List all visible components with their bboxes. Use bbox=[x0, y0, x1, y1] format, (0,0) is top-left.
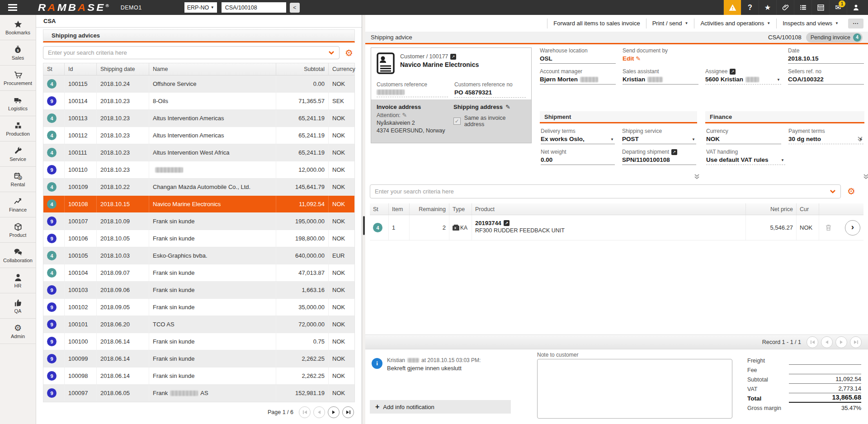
alert-icon[interactable] bbox=[723, 0, 741, 15]
icol-st[interactable]: St bbox=[370, 203, 389, 215]
account-manager-field[interactable]: Bjørn Morten bbox=[540, 76, 616, 85]
list-search-box[interactable] bbox=[43, 46, 340, 59]
list-settings-gear-icon[interactable]: ⚙ bbox=[343, 47, 355, 59]
col-id[interactable]: Id bbox=[65, 63, 97, 75]
forward-all-items-button[interactable]: Forward all items to sales invoice bbox=[547, 19, 646, 28]
mail-icon[interactable]: ✉1 bbox=[829, 0, 847, 15]
col-st[interactable]: St bbox=[43, 63, 65, 75]
sidebar-item[interactable]: Service bbox=[0, 141, 36, 167]
sidebar-item[interactable]: HR bbox=[0, 268, 36, 293]
same-as-invoice-checkbox[interactable]: ✓ bbox=[453, 118, 461, 125]
items-settings-gear-icon[interactable]: ⚙ bbox=[845, 185, 857, 197]
table-row[interactable]: 9 100102 2018.09.05 Frank sin kunde 35,0… bbox=[43, 299, 354, 316]
hamburger-menu-icon[interactable] bbox=[0, 0, 25, 15]
table-row[interactable]: 4 100113 2018.10.23 Altus Intervention A… bbox=[43, 110, 354, 127]
last-page-button[interactable] bbox=[342, 406, 354, 418]
sidebar-item[interactable]: QA bbox=[0, 293, 36, 319]
col-subtotal[interactable]: Subtotal bbox=[276, 63, 329, 75]
table-row[interactable]: 9 100106 2018.10.05 Frank sin kunde 198,… bbox=[43, 230, 354, 247]
last-record-button[interactable] bbox=[850, 336, 862, 348]
open-item-chevron-button[interactable]: › bbox=[845, 220, 860, 236]
table-row[interactable]: 9 100103 2018.09.06 Frank sin kunde 1,66… bbox=[43, 282, 354, 299]
icol-cur[interactable]: Cur bbox=[797, 203, 819, 215]
table-row[interactable]: 4 100105 2018.10.03 Esko-Graphics bvba. … bbox=[43, 247, 354, 264]
send-document-by-field[interactable]: Edit ✎ bbox=[623, 55, 698, 63]
items-search-box[interactable] bbox=[370, 184, 841, 198]
edit-attention-icon[interactable]: ✎ bbox=[402, 112, 407, 118]
table-row[interactable]: 4 100112 2018.10.23 Altus Intervention A… bbox=[43, 127, 354, 144]
help-icon[interactable]: ? bbox=[741, 0, 759, 15]
external-link-icon[interactable]: ↗ bbox=[450, 54, 456, 60]
sidebar-item[interactable]: $ Rental bbox=[0, 167, 36, 192]
table-row[interactable]: 9 100100 2018.06.14 Frank sin kunde 0.75… bbox=[43, 333, 354, 350]
delivery-terms-dropdown[interactable]: Ex works Oslo,▼ bbox=[541, 136, 615, 144]
customer-link[interactable]: Customer / 100177↗ bbox=[400, 53, 479, 60]
sales-assistant-field[interactable]: Kristian bbox=[623, 76, 698, 85]
user-icon[interactable] bbox=[847, 0, 864, 15]
item-row[interactable]: 4 1 2 KA 20193744↗ RF300 RUDDER FEEDBACK… bbox=[370, 215, 863, 240]
icol-item[interactable]: Item bbox=[389, 203, 410, 215]
customers-reference-field[interactable] bbox=[377, 89, 448, 97]
col-name[interactable]: Name bbox=[149, 63, 276, 75]
next-record-button[interactable] bbox=[835, 336, 847, 348]
icol-type[interactable]: Type bbox=[449, 203, 472, 215]
back-button[interactable]: < bbox=[290, 3, 300, 13]
fee-value[interactable] bbox=[789, 367, 861, 374]
list-search-input[interactable] bbox=[48, 49, 328, 56]
table-row[interactable]: 9 100101 2018.06.20 TCO AS 72,000.00 NOK bbox=[43, 316, 354, 333]
activities-operations-menu[interactable]: Activities and operations▼ bbox=[694, 19, 776, 28]
add-info-notification-button[interactable]: + Add info notification bbox=[370, 400, 511, 414]
date-field[interactable]: 2018.10.15 bbox=[788, 55, 864, 64]
table-row[interactable]: 9 100107 2018.10.09 Frank sin kunde 195,… bbox=[43, 213, 354, 230]
delete-item-icon[interactable] bbox=[822, 224, 834, 231]
sidebar-item[interactable]: Finance bbox=[0, 192, 36, 217]
first-page-button[interactable] bbox=[299, 406, 311, 418]
external-link-icon[interactable]: ↗ bbox=[671, 149, 677, 155]
sidebar-item[interactable]: Collaboration bbox=[0, 243, 36, 268]
sellers-ref-no-field[interactable]: COA/100322 bbox=[788, 76, 864, 85]
external-link-icon[interactable]: ↗ bbox=[730, 69, 736, 75]
edit-shipping-address-icon[interactable]: ✎ bbox=[505, 104, 510, 110]
col-currency[interactable]: Currency bbox=[329, 63, 354, 75]
sidebar-item[interactable]: $ Sales bbox=[0, 40, 36, 66]
first-record-button[interactable] bbox=[807, 336, 818, 348]
attachment-icon[interactable] bbox=[776, 0, 794, 15]
status-pill[interactable]: Pending invoice 4 bbox=[806, 33, 863, 42]
vat-handling-dropdown[interactable]: Use default VAT rules▼ bbox=[706, 156, 785, 165]
table-row[interactable]: 4 100115 2018.10.24 Offshore Service 0.0… bbox=[43, 75, 354, 93]
table-row[interactable]: 9 100099 2018.06.14 Frank sin kunde 2,26… bbox=[43, 350, 354, 367]
icol-net-price[interactable]: Net price bbox=[746, 203, 797, 215]
table-row[interactable]: 9 100110 2018.10.23 12,000.00 NOK bbox=[43, 161, 354, 179]
previous-page-button[interactable] bbox=[313, 406, 325, 418]
inspects-views-menu[interactable]: Inspects and views▼ bbox=[776, 19, 844, 28]
search-dropdown-icon[interactable] bbox=[328, 51, 335, 55]
shipping-service-dropdown[interactable]: POST▼ bbox=[622, 136, 696, 144]
net-weight-field[interactable]: 0.00 bbox=[541, 156, 615, 165]
tab-csa[interactable]: CSA bbox=[43, 18, 56, 24]
warehouse-location-field[interactable]: OSL bbox=[540, 55, 616, 64]
product-link[interactable]: 20193744↗ bbox=[475, 220, 742, 226]
expand-shipment-icon[interactable] bbox=[694, 174, 700, 182]
sidebar-item[interactable]: Product bbox=[0, 217, 36, 243]
departing-shipment-field[interactable]: SPN/1100100108 bbox=[622, 156, 696, 165]
table-row[interactable]: 4 100108 2018.10.15 Navico Marine Electr… bbox=[43, 196, 354, 213]
calendar-icon[interactable] bbox=[811, 0, 829, 15]
sidebar-item[interactable]: Procurement bbox=[0, 66, 36, 91]
freight-value[interactable] bbox=[789, 358, 861, 365]
currency-field[interactable]: NOK bbox=[706, 136, 781, 144]
assignee-dropdown[interactable]: 5600 Kristian▼ bbox=[705, 76, 781, 85]
next-page-button[interactable] bbox=[328, 406, 340, 418]
table-row[interactable]: 9 100097 2018.06.05 FrankAS 152,981.19 N… bbox=[43, 385, 354, 402]
favorites-icon[interactable]: ★ bbox=[759, 0, 776, 15]
table-row[interactable]: 9 100098 2018.06.14 Frank sin kunde 2,26… bbox=[43, 367, 354, 385]
list-icon[interactable] bbox=[794, 0, 811, 15]
note-to-customer-textarea[interactable] bbox=[537, 359, 732, 419]
sidebar-item[interactable]: Logistics bbox=[0, 91, 36, 116]
table-row[interactable]: 4 100109 2018.10.22 Changan Mazda Automo… bbox=[43, 179, 354, 196]
previous-record-button[interactable] bbox=[821, 336, 833, 348]
payment-terms-dropdown[interactable]: 30 dg netto▼ bbox=[788, 136, 863, 144]
search-dropdown-icon[interactable] bbox=[830, 189, 836, 194]
icol-product[interactable]: Product bbox=[472, 203, 746, 215]
customers-reference-no-field[interactable]: PO 45879321 bbox=[454, 89, 526, 98]
more-actions-button[interactable]: ... bbox=[848, 19, 863, 28]
